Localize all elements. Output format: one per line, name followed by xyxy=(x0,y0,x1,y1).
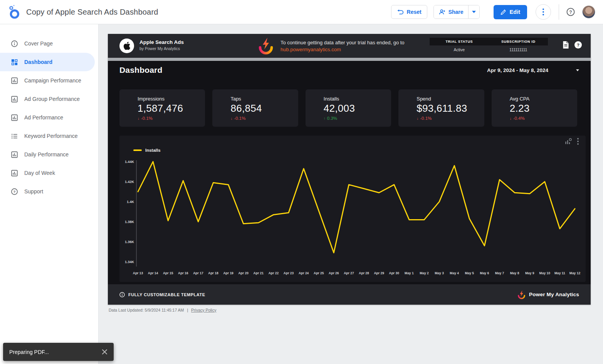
svg-text:1.38K: 1.38K xyxy=(125,220,134,224)
sidebar-item-support[interactable]: ?Support xyxy=(0,182,95,201)
kpi-delta-value: -0.1% xyxy=(420,116,432,121)
chevron-down-icon xyxy=(576,69,579,71)
help-icon: ? xyxy=(11,188,18,195)
kpi-value: 42,003 xyxy=(324,102,391,114)
arrow-down-icon: ↓ xyxy=(417,116,418,121)
report-canvas: Apple Search Ads by Power My Analytics xyxy=(108,34,591,305)
sidebar-item-label: Support xyxy=(24,188,43,195)
svg-text:1.36K: 1.36K xyxy=(125,240,134,244)
line-chart-plot[interactable]: 1.34K1.36K1.38K1.4K1.42K1.44KApr 13Apr 1… xyxy=(121,153,583,279)
subscription-id-header: SUBSCRIPTION ID xyxy=(489,38,548,45)
sidebar-item-dashboard[interactable]: Dashboard xyxy=(0,53,95,71)
svg-text:Apr 30: Apr 30 xyxy=(389,271,400,275)
edit-label: Edit xyxy=(510,9,520,15)
report-footer-band: FULLY CUSTOMIZABLE TEMPLATE Power My Ana… xyxy=(108,284,591,305)
kpi-delta-value: -0.1% xyxy=(234,116,245,121)
toast-message: Preparing PDF... xyxy=(9,349,49,355)
arrow-down-icon: ↓ xyxy=(510,116,512,121)
trial-notice-block: To continue getting data after your tria… xyxy=(257,37,405,55)
looker-studio-logo-icon xyxy=(7,4,21,20)
sidebar-item-ad-performance[interactable]: Ad Performance xyxy=(0,108,95,127)
arrow-up-icon: ↑ xyxy=(324,116,326,121)
help-icon[interactable]: ? xyxy=(566,7,575,17)
share-button[interactable]: Share xyxy=(434,5,468,18)
close-icon[interactable] xyxy=(102,349,107,355)
privacy-policy-link[interactable]: Privacy Policy xyxy=(191,308,216,312)
trial-notice-line: To continue getting data after your tria… xyxy=(281,40,405,45)
list-icon xyxy=(11,133,18,140)
sidebar-item-daily-performance[interactable]: Daily Performance xyxy=(0,145,95,164)
report-header-band: Apple Search Ads by Power My Analytics xyxy=(108,34,591,58)
user-avatar[interactable] xyxy=(582,5,595,18)
meta-separator: | xyxy=(187,308,188,312)
svg-text:May 12: May 12 xyxy=(569,271,581,275)
sidebar-item-label: Day of Week xyxy=(24,170,55,176)
svg-text:Apr 16: Apr 16 xyxy=(178,271,188,275)
chart-icon xyxy=(11,96,18,103)
toolbar-divider xyxy=(559,4,559,20)
svg-text:?: ? xyxy=(569,10,572,15)
svg-text:May 4: May 4 xyxy=(450,271,459,275)
svg-text:May 8: May 8 xyxy=(510,271,519,275)
product-title: Apple Search Ads xyxy=(139,39,184,45)
info-icon xyxy=(11,40,18,47)
chart-icon xyxy=(11,169,18,177)
footer-brand-label: Power My Analytics xyxy=(529,292,579,297)
subscription-id-value: 111111111 xyxy=(489,45,548,54)
chart-options-icon[interactable] xyxy=(564,138,572,145)
apple-logo-badge xyxy=(119,39,134,53)
svg-text:1.44K: 1.44K xyxy=(125,160,134,164)
more-options-button[interactable] xyxy=(536,4,551,20)
dashboard-icon xyxy=(11,59,18,66)
kpi-delta-value: -0.4% xyxy=(513,116,525,121)
sidebar-item-keyword-performance[interactable]: Keyword Performance xyxy=(0,127,95,145)
svg-text:1.4K: 1.4K xyxy=(127,200,134,204)
edit-button[interactable]: Edit xyxy=(494,5,527,19)
report-viewport: Apple Search Ads by Power My Analytics xyxy=(99,24,603,364)
kpi-delta-value: 0.3% xyxy=(327,116,337,121)
document-icon[interactable] xyxy=(563,41,569,49)
share-split-button: Share xyxy=(433,5,480,19)
more-vert-icon xyxy=(543,8,544,10)
info-icon xyxy=(119,292,125,297)
question-circle-icon[interactable]: ? xyxy=(574,41,582,49)
sidebar-item-day-of-week[interactable]: Day of Week xyxy=(0,164,95,182)
chart-more-menu-icon[interactable] xyxy=(577,138,579,145)
svg-text:Apr 27: Apr 27 xyxy=(344,271,354,275)
date-range-control[interactable]: Apr 9, 2024 - May 8, 2024 xyxy=(487,67,579,73)
kpi-delta: ↓-0.1% xyxy=(138,116,205,121)
reset-button[interactable]: Reset xyxy=(391,5,427,19)
kpi-label: Avg CPA xyxy=(510,96,577,102)
chevron-down-icon xyxy=(472,11,476,13)
svg-text:Apr 13: Apr 13 xyxy=(133,271,143,275)
kpi-scorecards-row: Impressions1,587,476↓-0.1%Taps86,854↓-0.… xyxy=(119,89,577,127)
legend-swatch xyxy=(133,149,142,151)
svg-text:May 6: May 6 xyxy=(480,271,489,275)
report-meta-line: Data Last Updated: 5/9/2024 11:45:17 AM … xyxy=(109,308,216,312)
product-title-block: Apple Search Ads by Power My Analytics xyxy=(139,39,184,51)
kpi-value: 1,587,476 xyxy=(138,102,205,114)
kpi-value: 2.23 xyxy=(510,102,577,114)
svg-text:May 10: May 10 xyxy=(539,271,551,275)
kpi-card-taps: Taps86,854↓-0.1% xyxy=(212,89,298,127)
svg-text:Apr 23: Apr 23 xyxy=(284,271,294,275)
svg-text:Apr 14: Apr 14 xyxy=(148,271,158,275)
kpi-delta: ↓-0.4% xyxy=(510,116,577,121)
sidebar-item-label: Keyword Performance xyxy=(24,133,78,139)
power-my-analytics-logo-icon xyxy=(257,37,274,55)
kpi-delta: ↓-0.1% xyxy=(230,116,298,121)
svg-text:?: ? xyxy=(577,43,579,47)
svg-text:May 7: May 7 xyxy=(495,271,504,275)
top-app-bar: Copy of Apple Search Ads Dashboard Reset… xyxy=(0,0,603,24)
sidebar-item-label: Cover Page xyxy=(24,40,53,47)
trial-link[interactable]: hub.powermyanalytics.com xyxy=(281,47,405,52)
kpi-label: Spend xyxy=(417,96,484,102)
chart-icon xyxy=(11,114,18,121)
kpi-delta: ↑0.3% xyxy=(324,116,391,121)
sidebar-item-cover-page[interactable]: Cover Page xyxy=(0,34,95,53)
share-menu-caret[interactable] xyxy=(468,5,479,18)
svg-text:Apr 20: Apr 20 xyxy=(238,271,249,275)
report-body: Dashboard Apr 9, 2024 - May 8, 2024 Impr… xyxy=(108,61,591,284)
sidebar-item-ad-group-performance[interactable]: Ad Group Performance xyxy=(0,90,95,108)
sidebar-item-campaign-performance[interactable]: Campaign Performance xyxy=(0,71,95,90)
